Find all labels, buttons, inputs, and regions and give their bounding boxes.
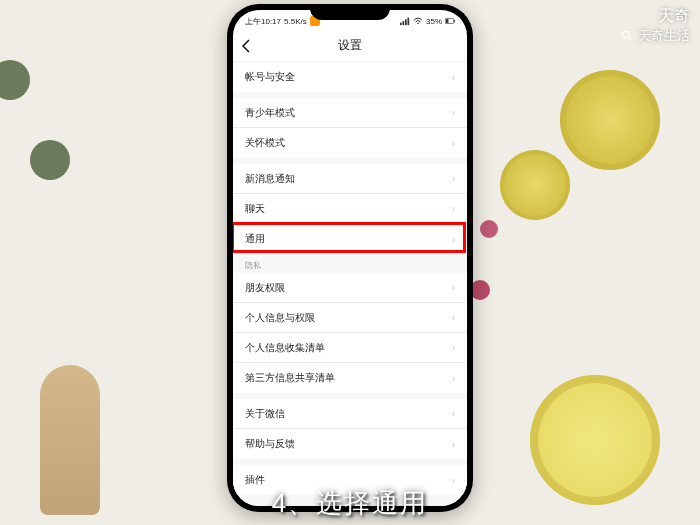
settings-item[interactable]: 帮助与反馈› bbox=[233, 429, 467, 459]
chevron-right-icon: › bbox=[452, 72, 455, 83]
decor-flower bbox=[480, 220, 498, 238]
settings-group: 朋友权限›个人信息与权限›个人信息收集清单›第三方信息共享清单› bbox=[233, 273, 467, 393]
chevron-right-icon: › bbox=[452, 173, 455, 184]
settings-item-label: 第三方信息共享清单 bbox=[245, 371, 335, 385]
settings-item[interactable]: 青少年模式› bbox=[233, 98, 467, 128]
watermark-magnifier-icon bbox=[620, 29, 634, 43]
settings-item-label: 帐号与安全 bbox=[245, 70, 295, 84]
settings-group: 关于微信›帮助与反馈› bbox=[233, 399, 467, 459]
phone-notch bbox=[310, 4, 390, 20]
settings-item[interactable]: 关怀模式› bbox=[233, 128, 467, 158]
chevron-right-icon: › bbox=[452, 312, 455, 323]
settings-item-label: 聊天 bbox=[245, 202, 265, 216]
watermark: 天奇 天奇生活 bbox=[620, 6, 690, 45]
settings-item[interactable]: 个人信息与权限› bbox=[233, 303, 467, 333]
status-time: 上午10:17 bbox=[245, 16, 281, 27]
settings-item[interactable]: 朋友权限› bbox=[233, 273, 467, 303]
svg-rect-9 bbox=[454, 20, 455, 23]
settings-item-label: 新消息通知 bbox=[245, 172, 295, 186]
svg-rect-3 bbox=[400, 23, 402, 26]
settings-item-label: 通用 bbox=[245, 232, 265, 246]
section-label: 隐私 bbox=[233, 254, 467, 273]
decor-spoon bbox=[40, 365, 100, 515]
settings-item-label: 帮助与反馈 bbox=[245, 437, 295, 451]
settings-item-label: 个人信息收集清单 bbox=[245, 341, 325, 355]
settings-group: 新消息通知›聊天›通用› bbox=[233, 164, 467, 254]
settings-item-label: 个人信息与权限 bbox=[245, 311, 315, 325]
settings-item-label: 插件 bbox=[245, 473, 265, 487]
chevron-right-icon: › bbox=[452, 373, 455, 384]
chevron-right-icon: › bbox=[452, 203, 455, 214]
settings-item[interactable]: 帐号与安全› bbox=[233, 62, 467, 92]
svg-line-1 bbox=[629, 38, 632, 41]
svg-point-0 bbox=[622, 31, 629, 38]
step-caption: 4、选择通用 bbox=[272, 486, 428, 521]
decor-citrus-slice bbox=[530, 375, 660, 505]
settings-group: 帐号与安全› bbox=[233, 62, 467, 92]
battery-icon bbox=[445, 16, 455, 26]
watermark-line2: 天奇生活 bbox=[638, 27, 690, 45]
settings-item[interactable]: 聊天› bbox=[233, 194, 467, 224]
chevron-right-icon: › bbox=[452, 342, 455, 353]
settings-item[interactable]: 第三方信息共享清单› bbox=[233, 363, 467, 393]
decor-citrus-slice bbox=[500, 150, 570, 220]
settings-item-label: 朋友权限 bbox=[245, 281, 285, 295]
settings-group: 青少年模式›关怀模式› bbox=[233, 98, 467, 158]
settings-item-label: 关于微信 bbox=[245, 407, 285, 421]
chevron-right-icon: › bbox=[452, 234, 455, 245]
decor-flower bbox=[470, 280, 490, 300]
chevron-right-icon: › bbox=[452, 107, 455, 118]
chevron-right-icon: › bbox=[452, 138, 455, 149]
chevron-left-icon bbox=[241, 38, 251, 54]
page-title: 设置 bbox=[338, 37, 362, 54]
settings-item[interactable]: 新消息通知› bbox=[233, 164, 467, 194]
status-net-speed: 5.5K/s bbox=[284, 17, 307, 26]
battery-percent: 35% bbox=[426, 17, 442, 26]
svg-rect-8 bbox=[446, 19, 449, 23]
watermark-line1: 天奇 bbox=[620, 6, 690, 27]
back-button[interactable] bbox=[241, 37, 259, 55]
chevron-right-icon: › bbox=[452, 282, 455, 293]
settings-item[interactable]: 通用› bbox=[233, 224, 467, 254]
svg-rect-5 bbox=[405, 19, 407, 25]
settings-item[interactable]: 关于微信› bbox=[233, 399, 467, 429]
decor-eucalyptus bbox=[0, 20, 110, 300]
chevron-right-icon: › bbox=[452, 475, 455, 486]
decor-citrus-slice bbox=[560, 70, 660, 170]
settings-item-label: 关怀模式 bbox=[245, 136, 285, 150]
wifi-icon bbox=[413, 16, 423, 26]
chevron-right-icon: › bbox=[452, 408, 455, 419]
settings-item-label: 青少年模式 bbox=[245, 106, 295, 120]
chevron-right-icon: › bbox=[452, 439, 455, 450]
phone-screen: 上午10:17 5.5K/s 35% 设置 帐号与安全›青少年模式›关怀模式›新… bbox=[233, 10, 467, 506]
svg-rect-4 bbox=[402, 21, 404, 25]
navbar: 设置 bbox=[233, 30, 467, 62]
phone-frame: 上午10:17 5.5K/s 35% 设置 帐号与安全›青少年模式›关怀模式›新… bbox=[227, 4, 473, 512]
settings-list[interactable]: 帐号与安全›青少年模式›关怀模式›新消息通知›聊天›通用›隐私朋友权限›个人信息… bbox=[233, 62, 467, 506]
signal-icon bbox=[400, 16, 410, 26]
settings-item[interactable]: 个人信息收集清单› bbox=[233, 333, 467, 363]
svg-rect-6 bbox=[407, 18, 409, 26]
